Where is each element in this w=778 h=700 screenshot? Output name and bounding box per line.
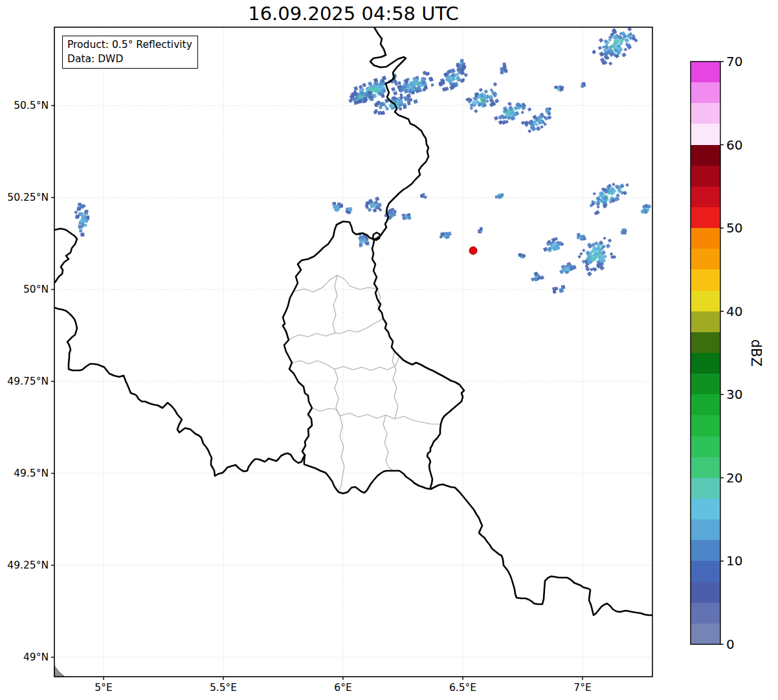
- border-belgium-luxembourg: [283, 221, 374, 455]
- border-belgium-loop-west: [54, 229, 77, 283]
- border-germany-luxembourg: [372, 240, 464, 489]
- radar-figure: 16.09.2025 04:58 UTC Product: 0.5° Refle…: [0, 0, 778, 700]
- colorbar-frame: [691, 62, 720, 644]
- axis-tick-marks: [51, 62, 724, 680]
- product-info-box: Product: 0.5° Reflectivity Data: DWD: [62, 36, 198, 69]
- composite-domain-corner-wedge: [54, 666, 65, 677]
- radar-site-marker-layer: [469, 247, 477, 254]
- product-info-line1: Product: 0.5° Reflectivity: [67, 38, 192, 52]
- product-info-line2: Data: DWD: [67, 52, 192, 66]
- figure-title: 16.09.2025 04:58 UTC: [54, 3, 652, 25]
- map-scene: [0, 0, 778, 700]
- border-france-belgium: [54, 308, 305, 476]
- luxembourg-canton-borders: [289, 275, 441, 492]
- border-france-luxembourg: [304, 455, 431, 493]
- country-borders: [54, 27, 652, 615]
- radar-site-marker: [469, 247, 477, 254]
- colorbar-unit-label: dBZ: [748, 339, 764, 367]
- map-frame: [54, 27, 652, 677]
- map-gridlines: [54, 27, 652, 677]
- border-france-germany: [431, 484, 652, 615]
